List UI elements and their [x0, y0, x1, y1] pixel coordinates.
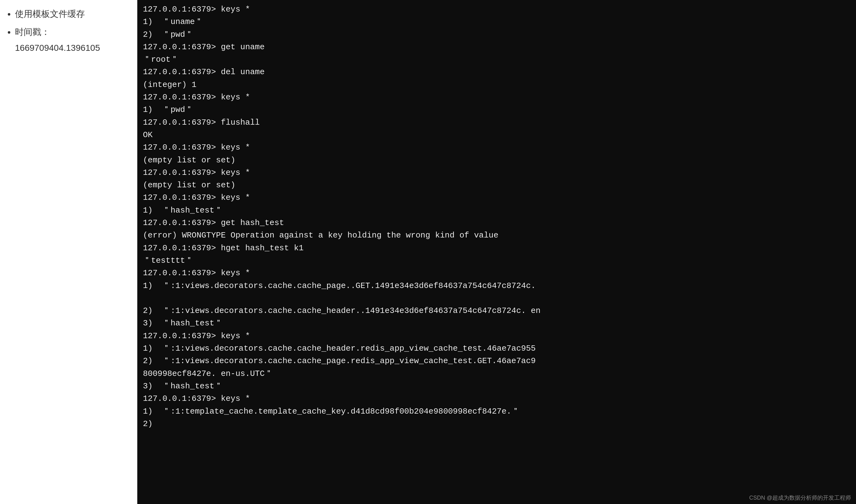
list-item-2: 时间戳：1669709404.1396105: [15, 24, 130, 56]
watermark: CSDN @超成为数据分析师的开发工程师: [749, 494, 851, 502]
left-panel: 使用模板文件缓存 时间戳：1669709404.1396105: [0, 0, 137, 504]
terminal-panel: 127.0.0.1:6379> keys * 1) ＂uname＂ 2) ＂pw…: [137, 0, 856, 504]
list-item-1: 使用模板文件缓存: [15, 6, 130, 22]
bullet-list: 使用模板文件缓存 时间戳：1669709404.1396105: [7, 6, 130, 56]
terminal-output: 127.0.0.1:6379> keys * 1) ＂uname＂ 2) ＂pw…: [143, 3, 850, 430]
